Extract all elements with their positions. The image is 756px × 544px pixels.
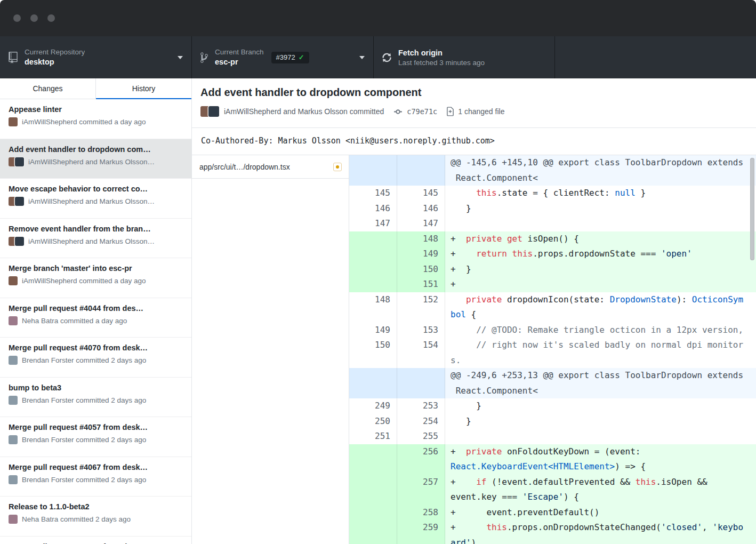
commit-item-avatars [9,316,18,325]
sidebar: Changes History Appease linteriAmWillShe… [0,78,192,544]
diff-code-line: // @TODO: Remake triangle octicon in a 1… [445,323,756,338]
old-line-number: 146 [349,201,397,217]
diff-code-line: } [445,201,756,217]
tab-changes[interactable]: Changes [0,78,96,99]
old-line-number: 148 [349,292,397,323]
new-line-number: 257 [397,475,445,505]
commit-list-item[interactable]: Appease linteriAmWillShepherd committed … [0,99,191,139]
commit-item-byline: Brendan Forster committed 2 days ago [9,435,183,444]
commit-list-item[interactable]: Merge pull request #4067 from desk…Brend… [0,457,191,497]
diff-code-line: } [445,398,756,414]
commit-item-byline: Brendan Forster committed 2 days ago [9,396,183,405]
commit-item-avatars [9,515,18,524]
new-line-number: 255 [397,429,445,444]
commit-list-item[interactable]: Release to 1.1.0-beta2Neha Batra committ… [0,497,191,537]
commit-list-item[interactable]: Remove event handler from the bran…iAmWi… [0,219,191,259]
avatar [15,237,24,246]
scrollbar-thumb[interactable] [750,158,754,260]
commit-hash-group: c79e71c [393,107,437,116]
commit-item-byline-text: iAmWillShepherd committed a day ago [22,118,146,126]
repository-text: Current Repository desktop [25,47,85,67]
commit-list-item[interactable]: bump to beta3Brendan Forster committed 2… [0,378,191,418]
commit-list-item[interactable]: Merge pull request #4052 from des… [0,537,191,544]
sidebar-tabs: Changes History [0,78,191,99]
commit-list-item[interactable]: Move escape behavior to correct co…iAmWi… [0,179,191,219]
repository-picker[interactable]: Current Repository desktop [0,36,192,78]
old-line-number [349,444,397,475]
commit-item-avatars [9,157,24,166]
commit-item-byline: Brendan Forster committed 2 days ago [9,475,183,484]
diff-row: 250254 } [349,414,756,429]
diff-row: @@ -145,6 +145,10 @@ export class Toolba… [349,155,756,186]
commit-item-title: bump to beta3 [9,383,183,392]
chevron-down-icon [178,56,183,59]
commit-item-title: Add event handler to dropdown com… [9,145,183,154]
commit-list-item[interactable]: Merge pull request #4057 from desk…Brend… [0,417,191,457]
new-line-number: 147 [397,216,445,231]
branch-picker[interactable]: Current Branch esc-pr #3972 ✓ [192,36,374,78]
old-line-number: 145 [349,186,397,201]
commit-item-title: Move escape behavior to correct co… [9,185,183,193]
commit-item-avatars [9,475,18,484]
changed-file-icon [446,107,454,116]
commit-item-byline: iAmWillShepherd committed a day ago [9,117,183,126]
minimize-button[interactable] [30,14,38,22]
commit-item-title: Merge pull request #4067 from desk… [9,463,183,471]
fetch-subtitle: Last fetched 3 minutes ago [398,58,485,68]
commit-list-item[interactable]: Merge pull request #4070 from desk…Brend… [0,338,191,378]
diff-code-line [445,429,756,444]
content-area: Changes History Appease linteriAmWillShe… [0,78,756,544]
zoom-button[interactable] [47,14,55,22]
repo-icon [9,52,18,63]
toolbar: Current Repository desktop Current Branc… [0,36,756,78]
commit-meta: iAmWillShepherd and Markus Olsson commit… [200,106,747,117]
tab-history[interactable]: History [96,78,191,99]
commit-item-title: Merge pull request #4070 from desk… [9,343,183,352]
commit-item-title: Merge branch 'master' into esc-pr [9,264,183,273]
old-line-number: 251 [349,429,397,444]
changed-files-panel: app/src/ui/t…/dropdown.tsx [192,155,349,544]
old-line-number [349,155,397,186]
avatar [15,157,24,166]
diff-code-line: @@ -249,6 +253,13 @@ export class Toolba… [445,368,756,398]
old-line-number [349,520,397,544]
new-line-number [397,155,445,186]
commit-item-byline-text: Brendan Forster committed 2 days ago [22,396,146,404]
diff-row: @@ -249,6 +253,13 @@ export class Toolba… [349,368,756,398]
commit-item-title: Remove event handler from the bran… [9,225,183,233]
diff-row: 150154 // right now it's scaled badly on… [349,338,756,368]
new-line-number: 148 [397,231,445,247]
commit-summary-title: Add event handler to dropdown component [200,85,747,99]
titlebar [0,0,756,36]
check-icon: ✓ [299,53,304,61]
commit-item-byline-text: iAmWillShepherd and Markus Olsson… [28,197,155,205]
commit-item-byline-text: Brendan Forster committed 2 days ago [22,476,146,484]
diff-row: 249253 } [349,398,756,414]
commit-item-avatars [9,276,18,285]
diff-code-line: + if (!event.defaultPrevented && this.is… [445,475,756,505]
commit-item-byline-text: Brendan Forster committed 2 days ago [22,356,146,364]
diff-code-line: + this.props.onDropdownStateChanged('clo… [445,520,756,544]
old-line-number [349,475,397,505]
commit-item-title: Appease linter [9,105,183,114]
commit-list-item[interactable]: Add event handler to dropdown com…iAmWil… [0,139,191,179]
commit-item-avatars [9,197,24,206]
file-list-item[interactable]: app/src/ui/t…/dropdown.tsx [192,155,349,179]
avatar [9,316,18,325]
close-button[interactable] [13,14,21,22]
diff-viewer: @@ -145,6 +145,10 @@ export class Toolba… [349,155,756,544]
commit-item-avatars [9,435,18,444]
repository-label: Current Repository [25,47,85,57]
avatar [15,197,24,206]
pr-number-badge: #3972 ✓ [271,52,309,63]
old-line-number: 150 [349,338,397,368]
changed-files-count: 1 changed file [458,107,504,116]
commit-list-item[interactable]: Merge branch 'master' into esc-priAmWill… [0,258,191,298]
commit-list-item[interactable]: Merge pull request #4044 from des…Neha B… [0,298,191,338]
fetch-origin-button[interactable]: Fetch origin Last fetched 3 minutes ago [374,36,555,78]
new-line-number: 151 [397,277,445,292]
commit-item-byline: Neha Batra committed 2 days ago [9,515,183,524]
diff-row: 251255 [349,429,756,444]
diff-code-line: + private onFoldoutKeyDown = (event: Rea… [445,444,756,475]
new-line-number: 153 [397,323,445,338]
